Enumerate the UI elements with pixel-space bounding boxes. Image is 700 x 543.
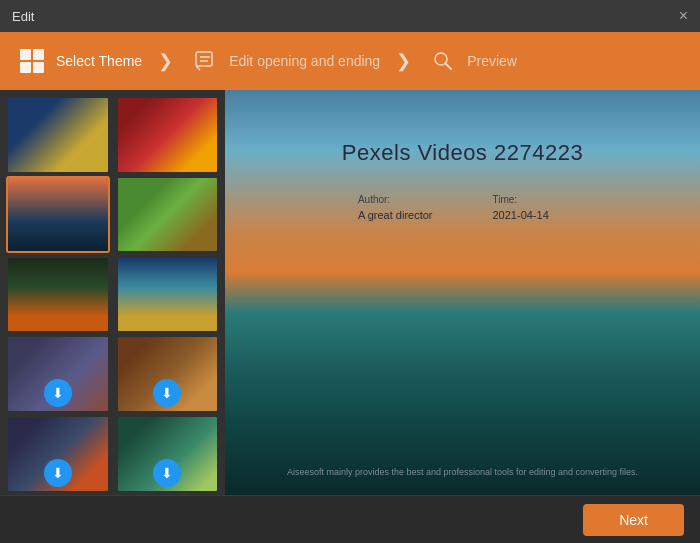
svg-rect-0 — [20, 49, 31, 60]
step-arrow-1: ❯ — [158, 50, 173, 72]
svg-rect-3 — [33, 62, 44, 73]
thumbnail-item-7[interactable]: ⬇ — [6, 335, 110, 413]
title-bar: Edit × — [0, 0, 700, 32]
preview-meta: Author: Time: A great director 2021-04-1… — [358, 194, 567, 221]
bottom-bar: Next — [0, 495, 700, 543]
step-3-label: Preview — [467, 53, 517, 69]
step-bar: Select Theme ❯ Edit opening and ending ❯… — [0, 32, 700, 90]
thumbnail-item-8[interactable]: ⬇ — [116, 335, 220, 413]
main-content: ⬇⬇⬇⬇ Pexels Videos 2274223 Author: Time:… — [0, 90, 700, 495]
svg-line-9 — [446, 64, 452, 70]
window-title: Edit — [12, 9, 34, 24]
next-button[interactable]: Next — [583, 504, 684, 536]
step-1-label: Select Theme — [56, 53, 142, 69]
step-3-preview[interactable]: Preview — [427, 45, 517, 77]
preview-footer: Aiseesoft mainly provides the best and p… — [225, 467, 700, 477]
preview-panel: Pexels Videos 2274223 Author: Time: A gr… — [225, 90, 700, 495]
thumbnail-item-5[interactable] — [6, 256, 110, 334]
thumbnail-item-10[interactable]: ⬇ — [116, 415, 220, 493]
thumbnail-item-3[interactable] — [6, 176, 110, 254]
step-2-label: Edit opening and ending — [229, 53, 380, 69]
author-label: Author: — [358, 194, 433, 205]
thumbnail-item-1[interactable] — [6, 96, 110, 174]
time-label: Time: — [493, 194, 568, 205]
step-arrow-2: ❯ — [396, 50, 411, 72]
author-value: A great director — [358, 209, 433, 221]
download-icon-8[interactable]: ⬇ — [153, 379, 181, 407]
thumbnail-item-2[interactable] — [116, 96, 220, 174]
select-theme-icon — [16, 45, 48, 77]
preview-icon — [427, 45, 459, 77]
svg-rect-4 — [196, 52, 212, 66]
thumbnail-item-9[interactable]: ⬇ — [6, 415, 110, 493]
download-icon-9[interactable]: ⬇ — [44, 459, 72, 487]
step-2-edit[interactable]: Edit opening and ending — [189, 45, 380, 77]
download-icon-7[interactable]: ⬇ — [44, 379, 72, 407]
thumbnail-panel: ⬇⬇⬇⬇ — [0, 90, 225, 495]
preview-title: Pexels Videos 2274223 — [342, 140, 583, 166]
download-icon-10[interactable]: ⬇ — [153, 459, 181, 487]
preview-overlay: Pexels Videos 2274223 Author: Time: A gr… — [225, 90, 700, 495]
close-button[interactable]: × — [679, 8, 688, 24]
svg-rect-1 — [33, 49, 44, 60]
thumbnail-item-4[interactable] — [116, 176, 220, 254]
thumbnail-item-6[interactable] — [116, 256, 220, 334]
svg-rect-2 — [20, 62, 31, 73]
preview-background: Pexels Videos 2274223 Author: Time: A gr… — [225, 90, 700, 495]
time-value: 2021-04-14 — [493, 209, 568, 221]
step-1-select-theme[interactable]: Select Theme — [16, 45, 142, 77]
edit-icon — [189, 45, 221, 77]
